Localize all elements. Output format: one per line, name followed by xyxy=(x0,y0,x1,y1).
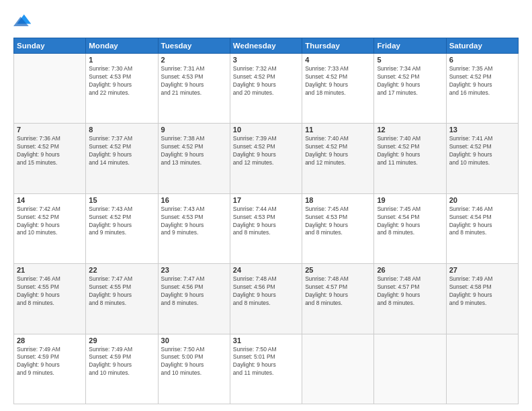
calendar-cell: 1Sunrise: 7:30 AM Sunset: 4:53 PM Daylig… xyxy=(86,54,158,124)
weekday-header-saturday: Saturday xyxy=(446,38,518,54)
day-number: 1 xyxy=(89,56,154,64)
calendar-cell: 2Sunrise: 7:31 AM Sunset: 4:53 PM Daylig… xyxy=(158,54,230,124)
day-info: Sunrise: 7:44 AM Sunset: 4:53 PM Dayligh… xyxy=(233,205,299,238)
day-info: Sunrise: 7:47 AM Sunset: 4:55 PM Dayligh… xyxy=(89,275,154,308)
day-info: Sunrise: 7:36 AM Sunset: 4:52 PM Dayligh… xyxy=(17,135,83,167)
page: SundayMondayTuesdayWednesdayThursdayFrid… xyxy=(0,0,532,411)
day-number: 6 xyxy=(449,56,515,64)
day-info: Sunrise: 7:49 AM Sunset: 4:59 PM Dayligh… xyxy=(89,346,154,378)
day-info: Sunrise: 7:45 AM Sunset: 4:54 PM Dayligh… xyxy=(377,205,443,238)
day-number: 2 xyxy=(161,56,227,64)
day-info: Sunrise: 7:46 AM Sunset: 4:54 PM Dayligh… xyxy=(449,205,515,238)
day-info: Sunrise: 7:39 AM Sunset: 4:52 PM Dayligh… xyxy=(233,135,299,167)
logo-icon xyxy=(13,12,32,31)
weekday-header-monday: Monday xyxy=(86,38,158,54)
calendar-week-row: 1Sunrise: 7:30 AM Sunset: 4:53 PM Daylig… xyxy=(14,54,519,124)
day-info: Sunrise: 7:41 AM Sunset: 4:52 PM Dayligh… xyxy=(449,135,515,167)
day-number: 16 xyxy=(161,196,227,204)
calendar-cell: 15Sunrise: 7:43 AM Sunset: 4:52 PM Dayli… xyxy=(86,193,158,263)
day-number: 8 xyxy=(89,126,154,134)
calendar-cell: 4Sunrise: 7:33 AM Sunset: 4:52 PM Daylig… xyxy=(302,54,374,124)
day-info: Sunrise: 7:43 AM Sunset: 4:52 PM Dayligh… xyxy=(89,205,154,238)
logo xyxy=(13,12,35,31)
calendar-cell xyxy=(446,334,518,404)
day-info: Sunrise: 7:49 AM Sunset: 4:58 PM Dayligh… xyxy=(449,275,515,308)
day-number: 28 xyxy=(17,336,83,345)
calendar-cell: 20Sunrise: 7:46 AM Sunset: 4:54 PM Dayli… xyxy=(446,193,518,263)
calendar-cell xyxy=(302,334,374,404)
day-number: 7 xyxy=(17,126,83,134)
day-info: Sunrise: 7:48 AM Sunset: 4:57 PM Dayligh… xyxy=(377,275,443,308)
day-number: 30 xyxy=(161,336,227,345)
calendar-cell xyxy=(14,54,86,124)
calendar-cell: 6Sunrise: 7:35 AM Sunset: 4:52 PM Daylig… xyxy=(446,54,518,124)
calendar-week-row: 7Sunrise: 7:36 AM Sunset: 4:52 PM Daylig… xyxy=(14,124,519,193)
calendar-week-row: 14Sunrise: 7:42 AM Sunset: 4:52 PM Dayli… xyxy=(14,193,519,263)
day-number: 20 xyxy=(449,196,515,204)
calendar-cell: 30Sunrise: 7:50 AM Sunset: 5:00 PM Dayli… xyxy=(158,334,230,404)
day-info: Sunrise: 7:38 AM Sunset: 4:52 PM Dayligh… xyxy=(161,135,227,167)
weekday-header-sunday: Sunday xyxy=(14,38,86,54)
day-info: Sunrise: 7:30 AM Sunset: 4:53 PM Dayligh… xyxy=(89,65,154,97)
calendar-cell: 21Sunrise: 7:46 AM Sunset: 4:55 PM Dayli… xyxy=(14,264,86,334)
day-number: 15 xyxy=(89,196,154,204)
day-number: 3 xyxy=(233,56,299,64)
day-info: Sunrise: 7:40 AM Sunset: 4:52 PM Dayligh… xyxy=(377,135,443,167)
day-info: Sunrise: 7:43 AM Sunset: 4:53 PM Dayligh… xyxy=(161,205,227,238)
day-info: Sunrise: 7:50 AM Sunset: 5:01 PM Dayligh… xyxy=(233,346,299,378)
calendar-cell: 8Sunrise: 7:37 AM Sunset: 4:52 PM Daylig… xyxy=(86,124,158,193)
calendar-cell: 23Sunrise: 7:47 AM Sunset: 4:56 PM Dayli… xyxy=(158,264,230,334)
weekday-header-row: SundayMondayTuesdayWednesdayThursdayFrid… xyxy=(14,38,519,54)
day-info: Sunrise: 7:34 AM Sunset: 4:52 PM Dayligh… xyxy=(377,65,443,97)
day-number: 24 xyxy=(233,266,299,274)
calendar-cell: 31Sunrise: 7:50 AM Sunset: 5:01 PM Dayli… xyxy=(230,334,302,404)
calendar-cell: 19Sunrise: 7:45 AM Sunset: 4:54 PM Dayli… xyxy=(374,193,446,263)
day-info: Sunrise: 7:35 AM Sunset: 4:52 PM Dayligh… xyxy=(449,65,515,97)
day-info: Sunrise: 7:50 AM Sunset: 5:00 PM Dayligh… xyxy=(161,346,227,378)
calendar-cell: 14Sunrise: 7:42 AM Sunset: 4:52 PM Dayli… xyxy=(14,193,86,263)
weekday-header-wednesday: Wednesday xyxy=(230,38,302,54)
calendar-cell: 18Sunrise: 7:45 AM Sunset: 4:53 PM Dayli… xyxy=(302,193,374,263)
calendar-cell: 10Sunrise: 7:39 AM Sunset: 4:52 PM Dayli… xyxy=(230,124,302,193)
day-number: 4 xyxy=(305,56,371,64)
day-number: 29 xyxy=(89,336,154,345)
calendar-cell xyxy=(374,334,446,404)
calendar-cell: 27Sunrise: 7:49 AM Sunset: 4:58 PM Dayli… xyxy=(446,264,518,334)
day-number: 11 xyxy=(305,126,371,134)
day-info: Sunrise: 7:42 AM Sunset: 4:52 PM Dayligh… xyxy=(17,205,83,238)
calendar-cell: 9Sunrise: 7:38 AM Sunset: 4:52 PM Daylig… xyxy=(158,124,230,193)
calendar-cell: 16Sunrise: 7:43 AM Sunset: 4:53 PM Dayli… xyxy=(158,193,230,263)
calendar-cell: 29Sunrise: 7:49 AM Sunset: 4:59 PM Dayli… xyxy=(86,334,158,404)
calendar-cell: 17Sunrise: 7:44 AM Sunset: 4:53 PM Dayli… xyxy=(230,193,302,263)
calendar-cell: 3Sunrise: 7:32 AM Sunset: 4:52 PM Daylig… xyxy=(230,54,302,124)
weekday-header-thursday: Thursday xyxy=(302,38,374,54)
weekday-header-friday: Friday xyxy=(374,38,446,54)
calendar-table: SundayMondayTuesdayWednesdayThursdayFrid… xyxy=(13,38,519,404)
calendar-cell: 11Sunrise: 7:40 AM Sunset: 4:52 PM Dayli… xyxy=(302,124,374,193)
day-info: Sunrise: 7:33 AM Sunset: 4:52 PM Dayligh… xyxy=(305,65,371,97)
day-number: 26 xyxy=(377,266,443,274)
calendar-cell: 24Sunrise: 7:48 AM Sunset: 4:56 PM Dayli… xyxy=(230,264,302,334)
day-info: Sunrise: 7:45 AM Sunset: 4:53 PM Dayligh… xyxy=(305,205,371,238)
calendar-cell: 26Sunrise: 7:48 AM Sunset: 4:57 PM Dayli… xyxy=(374,264,446,334)
day-number: 9 xyxy=(161,126,227,134)
day-number: 19 xyxy=(377,196,443,204)
day-number: 10 xyxy=(233,126,299,134)
calendar-week-row: 28Sunrise: 7:49 AM Sunset: 4:59 PM Dayli… xyxy=(14,334,519,404)
day-number: 23 xyxy=(161,266,227,274)
day-number: 12 xyxy=(377,126,443,134)
day-number: 18 xyxy=(305,196,371,204)
calendar-cell: 13Sunrise: 7:41 AM Sunset: 4:52 PM Dayli… xyxy=(446,124,518,193)
day-info: Sunrise: 7:47 AM Sunset: 4:56 PM Dayligh… xyxy=(161,275,227,308)
day-number: 21 xyxy=(17,266,83,274)
header xyxy=(13,12,519,31)
day-number: 5 xyxy=(377,56,443,64)
day-number: 31 xyxy=(233,336,299,345)
day-info: Sunrise: 7:40 AM Sunset: 4:52 PM Dayligh… xyxy=(305,135,371,167)
day-info: Sunrise: 7:31 AM Sunset: 4:53 PM Dayligh… xyxy=(161,65,227,97)
day-number: 22 xyxy=(89,266,154,274)
calendar-cell: 25Sunrise: 7:48 AM Sunset: 4:57 PM Dayli… xyxy=(302,264,374,334)
day-info: Sunrise: 7:37 AM Sunset: 4:52 PM Dayligh… xyxy=(89,135,154,167)
day-number: 14 xyxy=(17,196,83,204)
calendar-cell: 22Sunrise: 7:47 AM Sunset: 4:55 PM Dayli… xyxy=(86,264,158,334)
